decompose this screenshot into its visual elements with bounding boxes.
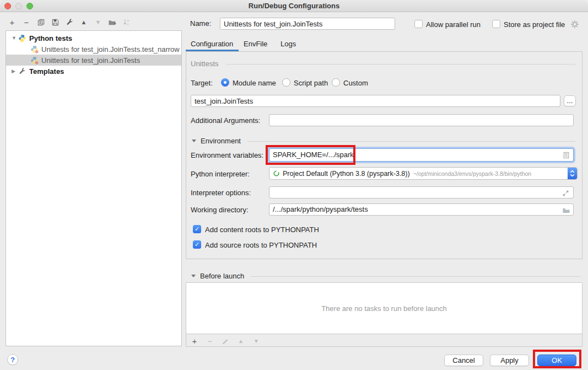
before-launch-collapse-icon[interactable] <box>191 275 196 277</box>
before-launch-section-label: Before launch <box>200 272 244 281</box>
window-titlebar: Run/Debug Configurations <box>0 0 588 12</box>
chevron-expanded-icon[interactable]: ▼ <box>12 35 17 41</box>
environment-collapse-icon[interactable] <box>192 140 196 142</box>
run-config-toolbar: + − ▲ ▼ az <box>8 17 131 27</box>
wrench-icon <box>18 67 26 76</box>
additional-arguments-label: Additional Arguments: <box>191 116 260 125</box>
gear-icon[interactable] <box>570 20 579 29</box>
tree-item-test-narrow[interactable]: Unittests for test_join.JoinTests.test_n… <box>6 44 181 55</box>
tab-configuration[interactable]: Configuration <box>191 39 233 49</box>
target-script-path-label: Script path <box>294 79 328 88</box>
additional-arguments-input[interactable] <box>269 114 574 126</box>
remove-icon[interactable]: − <box>22 18 31 26</box>
task-move-up-icon[interactable]: ▲ <box>236 337 245 346</box>
interpreter-options-input[interactable] <box>269 186 574 199</box>
edit-templates-wrench-icon[interactable] <box>65 18 74 26</box>
env-variables-editor-icon[interactable] <box>562 151 570 159</box>
folder-icon[interactable] <box>562 206 570 215</box>
python-interpreter-path: ~/opt/miniconda3/envs/pyspark-3.8/bin/py… <box>413 170 532 177</box>
configuration-panel: Unittests Target: Module name Script pat… <box>186 51 582 259</box>
dropdown-stepper-icon[interactable] <box>568 168 577 179</box>
add-task-icon[interactable]: + <box>190 337 199 346</box>
move-down-icon[interactable]: ▼ <box>94 18 103 26</box>
tree-item-jointests-selected[interactable]: Unittests for test_join.JoinTests <box>6 55 181 66</box>
python-test-config-icon <box>30 45 39 53</box>
python-interpreter-label: Python interpreter: <box>191 170 250 179</box>
working-directory-label: Working directory: <box>191 206 249 215</box>
copy-icon[interactable] <box>36 18 45 26</box>
before-launch-panel: There are no tasks to run before launch … <box>186 282 582 347</box>
unittests-section-label: Unittests <box>191 60 219 68</box>
section-separator <box>248 141 575 142</box>
edit-task-pencil-icon[interactable] <box>221 337 230 346</box>
python-icon <box>18 34 26 42</box>
add-icon[interactable]: + <box>8 18 17 26</box>
target-module-name-radio[interactable] <box>221 78 229 87</box>
minimize-button[interactable] <box>15 3 22 9</box>
sort-alphabetically-icon[interactable]: az <box>122 18 131 26</box>
python-test-config-icon <box>30 56 39 65</box>
name-label: Name: <box>190 19 211 28</box>
python-interpreter-select[interactable]: Project Default (Python 3.8 (pyspark-3.8… <box>269 167 578 180</box>
interpreter-options-label: Interpreter options: <box>191 189 251 197</box>
tab-envfile[interactable]: EnvFile <box>244 39 267 49</box>
save-icon[interactable] <box>51 18 60 26</box>
help-button[interactable]: ? <box>7 354 18 365</box>
task-move-down-icon[interactable]: ▼ <box>252 337 261 346</box>
new-folder-icon[interactable] <box>108 18 117 26</box>
store-as-project-file-label: Store as project file <box>504 20 565 29</box>
target-script-path-radio[interactable] <box>282 78 290 87</box>
module-name-input[interactable] <box>191 95 560 107</box>
tree-item-label: Templates <box>29 67 64 76</box>
tab-logs[interactable]: Logs <box>280 39 296 49</box>
working-directory-input[interactable]: /.../spark/python/pyspark/tests <box>269 203 574 216</box>
store-as-project-file-checkbox[interactable] <box>492 20 500 28</box>
environment-variables-label: Environment variables: <box>191 151 263 160</box>
working-directory-value: /.../spark/python/pyspark/tests <box>273 205 368 213</box>
expand-editor-icon[interactable] <box>562 189 570 197</box>
python-interpreter-value: Project Default (Python 3.8 (pyspark-3.8… <box>283 170 410 178</box>
target-custom-label: Custom <box>343 79 368 88</box>
run-configurations-tree: ▼ Python tests Unittests for test_join.J… <box>6 30 182 346</box>
tree-item-label: Unittests for test_join.JoinTests.test_n… <box>41 45 180 53</box>
before-launch-empty-text: There are no tasks to run before launch <box>321 304 447 313</box>
move-up-icon[interactable]: ▲ <box>79 18 88 26</box>
ok-button[interactable]: OK <box>537 355 576 366</box>
tree-item-templates[interactable]: ▶ Templates <box>6 66 181 77</box>
target-label: Target: <box>191 79 213 88</box>
before-launch-toolbar: + − ▲ ▼ <box>190 335 261 347</box>
browse-button[interactable]: ... <box>564 95 576 106</box>
remove-task-icon[interactable]: − <box>206 337 214 346</box>
allow-parallel-run-checkbox[interactable] <box>414 20 423 28</box>
allow-parallel-run-label: Allow parallel run <box>426 20 481 29</box>
target-custom-radio[interactable] <box>332 78 340 87</box>
close-button[interactable] <box>4 3 11 9</box>
name-input[interactable] <box>220 18 395 30</box>
svg-text:z: z <box>127 22 128 25</box>
chevron-collapsed-icon[interactable]: ▶ <box>12 68 17 74</box>
add-source-roots-label: Add source roots to PYTHONPATH <box>205 241 317 250</box>
section-separator <box>226 64 575 65</box>
add-content-roots-label: Add content roots to PYTHONPATH <box>205 226 319 234</box>
tree-item-python-tests[interactable]: ▼ Python tests <box>6 33 181 44</box>
zoom-button[interactable] <box>26 3 33 9</box>
before-launch-task-list[interactable]: There are no tasks to run before launch <box>186 283 582 334</box>
cancel-button[interactable]: Cancel <box>444 355 483 366</box>
tree-item-label: Unittests for test_join.JoinTests <box>41 56 140 65</box>
add-source-roots-checkbox[interactable] <box>193 240 201 249</box>
environment-section-label: Environment <box>201 137 241 146</box>
window-title: Run/Debug Configurations <box>0 0 588 12</box>
conda-environment-icon <box>273 170 280 177</box>
environment-variables-value: SPARK_HOME=/.../spark <box>273 151 354 159</box>
tree-item-label: Python tests <box>29 34 72 42</box>
apply-button[interactable]: Apply <box>490 355 529 366</box>
section-separator <box>251 276 580 277</box>
run-debug-configurations-dialog: Run/Debug Configurations + − ▲ ▼ az ▼ Py… <box>0 0 588 370</box>
environment-variables-input[interactable]: SPARK_HOME=/.../spark <box>269 148 574 162</box>
target-module-name-label: Module name <box>233 79 276 88</box>
add-content-roots-checkbox[interactable] <box>193 225 201 233</box>
